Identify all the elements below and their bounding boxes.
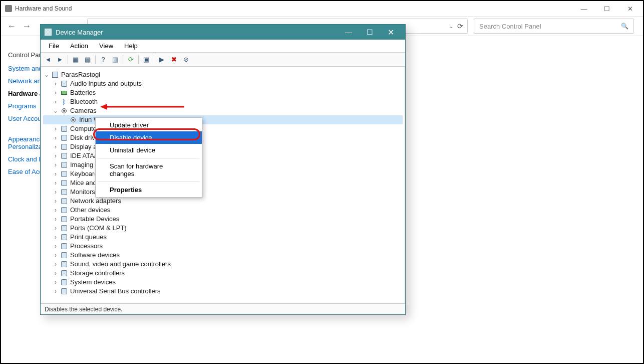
expand-icon[interactable]: › (52, 88, 59, 97)
toolbar-uninstall-icon[interactable]: ✖ (168, 54, 179, 65)
tree-node[interactable]: ›Network adapters (43, 197, 403, 206)
generic-icon (60, 278, 68, 286)
close-button[interactable]: ✕ (619, 3, 641, 14)
toolbar-properties-icon[interactable]: ▤ (82, 54, 93, 65)
back-button[interactable]: ← (7, 22, 16, 31)
generic-icon (60, 224, 68, 232)
generic-icon (60, 287, 68, 295)
context-item[interactable]: Scan for hardware changes (96, 160, 202, 180)
toolbar-show-hidden-icon[interactable]: ▦ (70, 54, 81, 65)
dm-menu-item[interactable]: File (44, 41, 64, 51)
tree-node[interactable]: ›System devices (43, 278, 403, 287)
tree-node[interactable]: ›Other devices (43, 206, 403, 215)
expand-icon[interactable]: › (52, 197, 59, 206)
tree-label: Ports (COM & LPT) (70, 224, 127, 233)
tree-label: Cameras (70, 106, 97, 115)
generic-icon (60, 206, 68, 214)
generic-icon (60, 197, 68, 205)
minimize-button[interactable]: — (573, 3, 595, 14)
dm-titlebar[interactable]: Device Manager — ☐ ✕ (41, 25, 405, 40)
tree-node[interactable]: ›Processors (43, 242, 403, 251)
toolbar-help-icon[interactable]: ? (98, 54, 109, 65)
tree-label: Network adapters (70, 197, 121, 206)
tree-node[interactable]: ›Bluetooth (43, 97, 403, 106)
dm-app-icon (45, 29, 52, 36)
expand-icon[interactable]: › (52, 260, 59, 269)
expand-icon[interactable]: › (52, 251, 59, 260)
collapse-icon[interactable]: ⌄ (43, 70, 50, 79)
tree-label: Print queues (70, 233, 107, 242)
context-separator (98, 181, 200, 182)
tree-node[interactable]: ›Universal Serial Bus controllers (43, 287, 403, 296)
maximize-button[interactable]: ☐ (596, 3, 618, 14)
chevron-down-icon[interactable]: ⌄ (449, 24, 453, 29)
context-item[interactable]: Uninstall device (96, 144, 202, 156)
tree-node[interactable]: ›Portable Devices (43, 215, 403, 224)
tree-label: Storage controllers (70, 269, 125, 278)
dm-menu-item[interactable]: Help (119, 41, 143, 51)
dm-minimize-button[interactable]: — (338, 25, 359, 39)
dm-close-button[interactable]: ✕ (380, 25, 401, 39)
expand-icon[interactable]: › (52, 151, 59, 160)
tree-node[interactable]: ›Software devices (43, 251, 403, 260)
search-placeholder: Search Control Panel (479, 23, 541, 30)
expand-icon[interactable]: › (52, 287, 59, 296)
cam-icon (60, 107, 68, 115)
tree-node[interactable]: ›Sound, video and game controllers (43, 260, 403, 269)
expand-icon[interactable]: › (52, 169, 59, 178)
generic-icon (60, 188, 68, 196)
expand-icon[interactable]: › (52, 224, 59, 233)
expand-icon[interactable]: › (52, 178, 59, 188)
expand-icon[interactable]: › (52, 215, 59, 224)
toolbar-view-icon[interactable]: ▥ (110, 54, 121, 65)
expand-icon[interactable]: › (52, 206, 59, 215)
expand-icon[interactable]: › (52, 160, 59, 169)
expand-icon[interactable]: › (52, 233, 59, 242)
tree-node[interactable]: ⌄ParasRastogi (43, 70, 403, 79)
tree-label: Batteries (70, 88, 96, 97)
tree-label: Sound, video and game controllers (70, 260, 171, 269)
toolbar-forward-icon[interactable]: ► (55, 54, 66, 65)
expand-icon[interactable]: › (52, 142, 59, 151)
toolbar-disable-icon[interactable]: ⊘ (180, 54, 191, 65)
expand-icon[interactable]: › (52, 188, 59, 197)
cp-search-box[interactable]: Search Control Panel 🔍 (474, 19, 634, 34)
context-menu: Update driverDisable deviceUninstall dev… (95, 117, 202, 198)
tree-label: Software devices (70, 251, 120, 260)
expand-icon[interactable]: › (52, 269, 59, 278)
refresh-icon[interactable]: ⟳ (457, 22, 463, 30)
generic-icon (60, 260, 68, 268)
toolbar-enable-icon[interactable]: ▶ (156, 54, 167, 65)
expand-icon[interactable]: › (52, 79, 59, 88)
tree-node[interactable]: ›Storage controllers (43, 269, 403, 278)
tree-node[interactable]: ⌄Cameras (43, 106, 403, 115)
context-item[interactable]: Disable device (96, 131, 202, 144)
tree-node[interactable]: ›Ports (COM & LPT) (43, 224, 403, 233)
dm-maximize-button[interactable]: ☐ (359, 25, 380, 39)
expand-icon[interactable]: › (52, 278, 59, 287)
dm-menu-item[interactable]: View (94, 41, 118, 51)
expand-icon[interactable]: › (52, 124, 59, 133)
toolbar-scan-icon[interactable]: ⟳ (125, 54, 136, 65)
context-item[interactable]: Update driver (96, 119, 202, 131)
toolbar-back-icon[interactable]: ◄ (43, 54, 54, 65)
battery-icon (60, 89, 68, 97)
tree-label: Audio inputs and outputs (70, 79, 142, 88)
expand-icon[interactable]: › (52, 133, 59, 142)
generic-icon (60, 233, 68, 241)
tree-node[interactable]: ›Batteries (43, 88, 403, 97)
toolbar-update-driver-icon[interactable]: ▣ (141, 54, 152, 65)
collapse-icon[interactable]: ⌄ (52, 106, 59, 115)
cam-icon (69, 116, 77, 124)
tree-node[interactable]: ›Print queues (43, 233, 403, 242)
generic-icon (60, 161, 68, 169)
context-item[interactable]: Properties (96, 184, 202, 196)
forward-button[interactable]: → (22, 22, 31, 31)
dm-statusbar: Disables the selected device. (41, 303, 405, 314)
tree-label: Processors (70, 242, 103, 251)
tree-node[interactable]: ›Audio inputs and outputs (43, 79, 403, 88)
dm-menu-item[interactable]: Action (65, 41, 93, 51)
expand-icon[interactable]: › (52, 97, 59, 106)
generic-icon (60, 134, 68, 142)
expand-icon[interactable]: › (52, 242, 59, 251)
